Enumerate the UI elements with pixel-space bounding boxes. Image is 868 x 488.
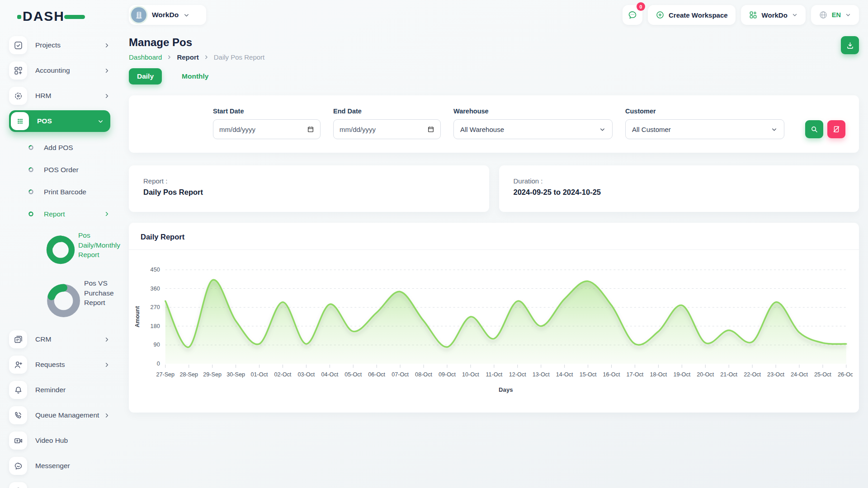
sidebar-item-pos-order[interactable]: POS Order — [9, 159, 120, 181]
workdo-menu-label: WorkDo — [762, 11, 788, 19]
filter-card: Start Date End Date Warehouse All Wareho… — [129, 95, 859, 153]
logo-text: DASH — [23, 9, 65, 23]
start-date-field: Start Date — [213, 108, 321, 139]
bullet-icon — [28, 189, 34, 195]
chevron-right-icon — [104, 42, 110, 49]
sidebar-item-pos-vs-purchase-report[interactable]: Pos VS Purchase Report — [9, 273, 120, 327]
svg-text:12-Oct: 12-Oct — [509, 371, 526, 378]
topbar-actions: 0 Create Workspace WorkDo EN — [623, 5, 859, 25]
sidebar-item-messenger[interactable]: Messenger — [9, 453, 120, 479]
chevron-down-icon — [183, 12, 190, 19]
sidebar-item-label: Messenger — [35, 462, 120, 470]
svg-text:30-Sep: 30-Sep — [226, 371, 245, 378]
crm-icon — [14, 335, 23, 344]
headset-icon — [14, 487, 23, 488]
apply-filter-button[interactable] — [805, 120, 823, 138]
messages-button[interactable]: 0 — [623, 5, 642, 25]
x-axis-title: Days — [499, 386, 513, 393]
sidebar-item-reminder[interactable]: Reminder — [9, 377, 120, 403]
bullet-icon — [28, 211, 34, 217]
user-plus-icon — [14, 360, 23, 370]
sidebar-item-pos-daily-monthly-report[interactable]: Pos Daily/Monthly Report — [9, 225, 120, 273]
svg-text:180: 180 — [151, 323, 160, 329]
end-date-input[interactable] — [340, 126, 427, 133]
sidebar-item-crm[interactable]: CRM — [9, 327, 120, 352]
sidebar-item-label: Requests — [35, 361, 104, 369]
svg-text:04-Oct: 04-Oct — [321, 371, 338, 378]
workspace-selector[interactable]: WorkDo — [129, 5, 206, 25]
tab-daily[interactable]: Daily — [129, 68, 162, 84]
daily-report-chart: 090180270360450 27-Sep28-Sep29-Sep30-Sep… — [129, 250, 859, 413]
messages-badge: 0 — [637, 2, 645, 11]
chevron-right-icon — [104, 361, 110, 368]
main-area: WorkDo 0 Create Workspace WorkDo EN — [120, 0, 868, 488]
sidebar-item-report[interactable]: Report — [9, 203, 120, 225]
svg-text:03-Oct: 03-Oct — [297, 371, 315, 378]
search-icon — [810, 125, 818, 133]
sidebar-item-add-pos[interactable]: Add POS — [9, 136, 120, 159]
sidebar-item-label: Print Barcode — [44, 188, 120, 196]
workdo-menu-button[interactable]: WorkDo — [741, 5, 806, 25]
topbar: WorkDo 0 Create Workspace WorkDo EN — [129, 4, 859, 26]
app-logo[interactable]: DASH — [17, 6, 120, 26]
sidebar-item-queue-management[interactable]: Queue Management — [9, 403, 120, 428]
sidebar-item-projects[interactable]: Projects — [9, 33, 120, 58]
grid-plus-icon — [749, 10, 758, 19]
sidebar-item-hrm[interactable]: HRM — [9, 83, 120, 108]
svg-text:02-Oct: 02-Oct — [274, 371, 292, 378]
svg-text:17-Oct: 17-Oct — [627, 371, 644, 378]
workspace-avatar — [131, 7, 146, 23]
daily-report-card: Daily Report 090180270360450 27-Sep28-Se… — [129, 223, 859, 413]
breadcrumb-separator-icon — [203, 54, 209, 60]
customer-select[interactable]: All Customer — [625, 119, 784, 139]
sidebar-item-helpdesk[interactable]: Helpdesk — [9, 479, 120, 488]
create-workspace-label: Create Workspace — [669, 11, 728, 19]
svg-text:15-Oct: 15-Oct — [580, 371, 597, 378]
breadcrumb: DashboardReportDaily Pos Report — [129, 53, 264, 61]
bell-icon — [14, 385, 23, 395]
sidebar-item-label: Pos Daily/Monthly Report — [78, 230, 120, 260]
end-date-label: End Date — [333, 108, 441, 115]
calendar-icon[interactable] — [307, 126, 314, 133]
svg-text:19-Oct: 19-Oct — [673, 371, 690, 378]
sidebar-item-label: CRM — [35, 335, 104, 343]
start-date-input[interactable] — [219, 126, 307, 133]
download-report-button[interactable] — [841, 36, 859, 54]
tab-monthly[interactable]: Monthly — [174, 68, 217, 84]
sidebar-item-accounting[interactable]: Accounting — [9, 58, 120, 83]
sidebar-item-requests[interactable]: Requests — [9, 352, 120, 377]
customer-selected-value: All Customer — [632, 126, 671, 133]
create-workspace-button[interactable]: Create Workspace — [648, 5, 736, 25]
chevron-down-icon — [845, 12, 851, 18]
checkbox-icon — [14, 41, 23, 50]
svg-text:06-Oct: 06-Oct — [368, 371, 385, 378]
building-icon — [135, 11, 143, 19]
calendar-icon[interactable] — [427, 126, 434, 133]
sidebar-item-video-hub[interactable]: Video Hub — [9, 428, 120, 453]
bullet-icon — [43, 280, 84, 321]
svg-text:28-Sep: 28-Sep — [179, 371, 198, 378]
sidebar-item-label: Add POS — [44, 144, 120, 152]
warehouse-select[interactable]: All Warehouse — [453, 119, 613, 139]
summary-card-value: Daily Pos Report — [143, 188, 475, 197]
chevron-right-icon — [104, 93, 110, 99]
checkbox-icon — [9, 36, 27, 54]
svg-text:270: 270 — [151, 304, 160, 310]
chevron-right-icon — [104, 67, 110, 74]
sidebar-nav: Projects Accounting HRM POS Add POS POS … — [9, 33, 120, 488]
eraser-icon — [832, 125, 840, 133]
bullet-icon — [43, 232, 78, 267]
svg-text:90: 90 — [154, 342, 160, 348]
chevron-down-icon — [97, 118, 104, 125]
phone-icon — [14, 411, 23, 420]
chat-bubble-dots-icon — [627, 10, 637, 20]
breadcrumb-item-report[interactable]: Report — [177, 53, 198, 61]
svg-text:07-Oct: 07-Oct — [392, 371, 409, 378]
sidebar-item-print-barcode[interactable]: Print Barcode — [9, 181, 120, 203]
breadcrumb-item-dashboard[interactable]: Dashboard — [129, 53, 162, 61]
sidebar-item-label: Video Hub — [35, 436, 120, 445]
sidebar-item-pos[interactable]: POS — [9, 110, 110, 132]
sidebar-item-label: Queue Management — [35, 411, 104, 419]
reset-filter-button[interactable] — [827, 120, 845, 138]
language-selector[interactable]: EN — [811, 5, 859, 25]
